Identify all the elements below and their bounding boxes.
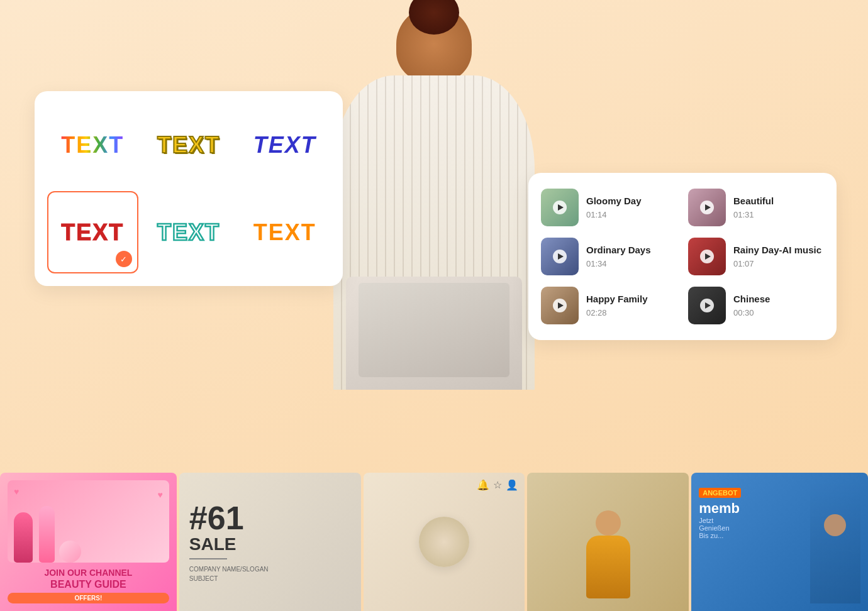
music-title-2: Beautiful (733, 195, 774, 206)
text-style-label-4: TEXT (61, 219, 124, 246)
fashion-body (818, 537, 852, 600)
text-styles-card: TEXT TEXT TEXT TEXT ✓ TEXT TEXT (35, 91, 343, 286)
banner-beauty[interactable]: ♥ ♥ JOIN OUR CHANNEL BEAUTY GUIDE OFFERS… (0, 473, 177, 611)
music-info-1: Gloomy Day 01:14 (586, 195, 642, 220)
play-button-1[interactable] (553, 201, 567, 214)
selected-check-icon: ✓ (116, 251, 132, 267)
music-thumb-1 (541, 189, 579, 226)
music-title-3: Ordinary Days (586, 245, 651, 255)
beauty-title: BEAUTY GUIDE (8, 578, 169, 590)
play-triangle-icon-1 (558, 204, 564, 211)
product-display: 🔔 ☆ 👤 (364, 473, 525, 611)
text-style-item-5[interactable]: TEXT (143, 191, 235, 273)
bottom-banners: ♥ ♥ JOIN OUR CHANNEL BEAUTY GUIDE OFFERS… (0, 473, 868, 611)
text-style-label-3: TEXT (253, 132, 316, 158)
play-button-2[interactable] (700, 201, 714, 214)
beauty-headline: JOIN OUR CHANNEL (8, 568, 169, 578)
fashion-tag: ANGEBOT (699, 488, 741, 498)
cosmetic-bottle-1 (14, 512, 33, 563)
music-item-2[interactable]: Beautiful 01:31 (688, 189, 824, 226)
play-triangle-icon-5 (558, 302, 564, 309)
fashion-content: ANGEBOT memb Jetzt Genießen Bis zu... (699, 480, 860, 603)
music-duration-4: 01:07 (733, 259, 754, 268)
music-info-2: Beautiful 01:31 (733, 195, 774, 220)
presenter-head (596, 510, 621, 536)
banner-sale[interactable]: #61 SALE COMPANY NAME/SLOGAN SUBJECT (179, 473, 361, 611)
music-thumb-2 (688, 189, 726, 226)
sale-hashtag: #61 (189, 502, 351, 534)
banner-presenter[interactable] (527, 473, 689, 611)
music-grid: Gloomy Day 01:14 Beautiful 01:31 (541, 189, 824, 324)
sale-subject: SUBJECT (189, 575, 351, 582)
beauty-cosmetics-bg: ♥ ♥ (8, 480, 169, 563)
text-style-label-6: TEXT (253, 219, 316, 246)
fashion-sub2: Genießen (699, 524, 810, 532)
text-style-label-1: TEXT (61, 132, 124, 158)
fashion-person (810, 480, 860, 603)
sale-company: COMPANY NAME/SLOGAN (189, 566, 351, 573)
play-button-5[interactable] (553, 299, 567, 312)
music-duration-1: 01:14 (586, 210, 607, 219)
music-info-5: Happy Family 02:28 (586, 294, 648, 318)
sale-divider (189, 558, 227, 559)
music-item-4[interactable]: Rainy Day-AI music 01:07 (688, 238, 824, 275)
star-icon: ☆ (493, 479, 502, 491)
presenter-display (527, 473, 689, 611)
user-icon: 👤 (506, 479, 518, 491)
text-style-label-5: TEXT (157, 219, 220, 246)
music-item-3[interactable]: Ordinary Days 01:34 (541, 238, 677, 275)
fashion-sub1: Jetzt (699, 517, 810, 524)
play-triangle-icon-6 (705, 302, 711, 309)
music-duration-6: 00:30 (733, 308, 754, 317)
music-duration-5: 02:28 (586, 308, 607, 317)
text-style-item-1[interactable]: TEXT (47, 104, 138, 186)
music-thumb-5 (541, 287, 579, 324)
presenter-body (586, 536, 630, 598)
music-thumb-4 (688, 238, 726, 275)
music-thumb-3 (541, 238, 579, 275)
music-title-1: Gloomy Day (586, 195, 642, 206)
music-item-1[interactable]: Gloomy Day 01:14 (541, 189, 677, 226)
cosmetic-bottle-2 (39, 506, 55, 563)
music-title-6: Chinese (733, 294, 770, 304)
banner-product[interactable]: 🔔 ☆ 👤 (364, 473, 525, 611)
play-button-4[interactable] (700, 250, 714, 263)
music-info-4: Rainy Day-AI music 01:07 (733, 245, 821, 269)
fashion-sub3: Bis zu... (699, 532, 810, 539)
heart-decoration-2: ♥ (157, 490, 162, 500)
play-button-3[interactable] (553, 250, 567, 263)
play-triangle-icon-3 (558, 253, 564, 260)
music-item-5[interactable]: Happy Family 02:28 (541, 287, 677, 324)
music-thumb-6 (688, 287, 726, 324)
fashion-text-area: ANGEBOT memb Jetzt Genießen Bis zu... (699, 480, 810, 539)
music-duration-3: 01:34 (586, 259, 607, 268)
music-duration-2: 01:31 (733, 210, 754, 219)
banner-icons: 🔔 ☆ 👤 (477, 479, 518, 491)
music-info-6: Chinese 00:30 (733, 294, 770, 318)
text-style-item-4[interactable]: TEXT ✓ (47, 191, 138, 273)
music-title-4: Rainy Day-AI music (733, 245, 821, 255)
music-item-6[interactable]: Chinese 00:30 (688, 287, 824, 324)
text-style-item-3[interactable]: TEXT (239, 104, 330, 186)
product-circle (419, 517, 469, 567)
play-triangle-icon-4 (705, 253, 711, 260)
bell-icon: 🔔 (477, 479, 489, 491)
music-info-3: Ordinary Days 01:34 (586, 245, 651, 269)
text-style-label-2: TEXT (157, 132, 220, 158)
play-triangle-icon-2 (705, 204, 711, 211)
heart-decoration: ♥ (14, 487, 19, 497)
play-button-6[interactable] (700, 299, 714, 312)
text-style-item-2[interactable]: TEXT (143, 104, 235, 186)
text-style-item-6[interactable]: TEXT (239, 191, 330, 273)
cosmetic-item-3 (59, 541, 81, 563)
sale-label: SALE (189, 534, 351, 554)
music-title-5: Happy Family (586, 294, 648, 304)
banner-fashion[interactable]: ANGEBOT memb Jetzt Genießen Bis zu... (691, 473, 868, 611)
fashion-head (824, 514, 846, 536)
presenter-figure (583, 510, 633, 605)
music-panel: Gloomy Day 01:14 Beautiful 01:31 (528, 173, 837, 340)
fashion-brand: memb (699, 500, 810, 517)
offers-badge: OFFERS! (8, 593, 169, 603)
